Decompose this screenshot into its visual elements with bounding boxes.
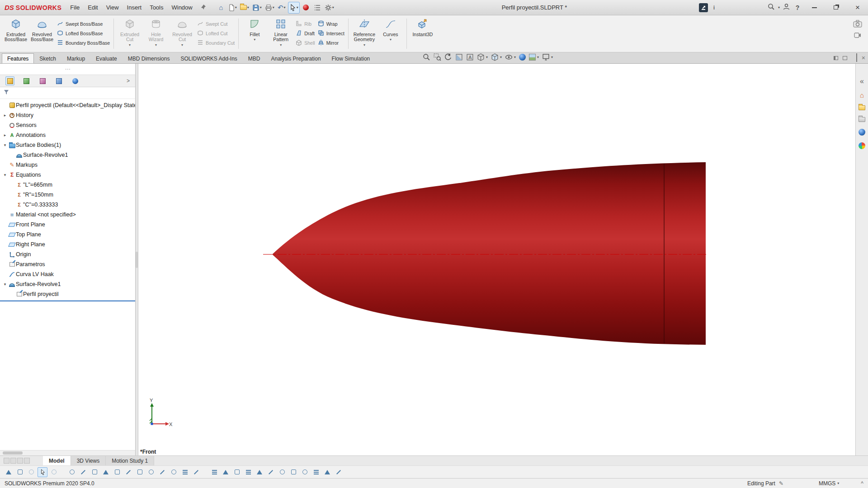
boundary-cut-button[interactable]: Boundary Cut	[197, 39, 235, 47]
expand-icon[interactable]: ▾	[2, 143, 8, 147]
draft-button[interactable]: Draft	[296, 29, 315, 37]
tree-item-surface-bodies[interactable]: ▾ Surface Bodies(1)	[0, 140, 135, 150]
file-properties-button[interactable]	[312, 2, 322, 14]
options-button[interactable]: ▾	[324, 2, 335, 14]
tree-item-markups[interactable]: ✎ Markups	[0, 160, 135, 170]
menu-insert[interactable]: Insert	[123, 1, 146, 14]
flyout-arrow-icon[interactable]: ▾	[363, 43, 365, 47]
tree-item-history[interactable]: ▸ History	[0, 110, 135, 120]
hole-wizard-button[interactable]: Hole Wizard ▾	[143, 17, 169, 47]
swept-boss-base-button[interactable]: Swept Boss/Base	[57, 20, 110, 28]
restore-window-button[interactable]	[826, 0, 845, 15]
flyout-arrow-icon[interactable]: ▾	[129, 43, 131, 47]
tree-item-parametros[interactable]: Parametros	[0, 259, 135, 269]
expand-statusbar-icon[interactable]: ^	[861, 480, 863, 487]
filter-funnel-icon[interactable]	[3, 89, 9, 97]
menu-view[interactable]: View	[102, 1, 123, 14]
tree-item-equation-R[interactable]: Σ "R"=150mm	[0, 190, 135, 200]
lofted-cut-button[interactable]: Lofted Cut	[197, 29, 235, 37]
dimxpert-manager-tab[interactable]	[54, 76, 63, 85]
menu-window[interactable]: Window	[167, 1, 196, 14]
projectile-body[interactable]	[272, 162, 706, 345]
curves-button[interactable]: Curves ▾	[377, 17, 404, 42]
expand-icon[interactable]: ▸	[2, 113, 8, 117]
tab-3d-views[interactable]: 3D Views	[71, 456, 106, 465]
expand-icon[interactable]: ▸	[2, 133, 8, 137]
search-dropdown-icon[interactable]: ▾	[778, 5, 780, 9]
filter-faces-icon[interactable]	[90, 467, 99, 477]
filter-dimensions-icon[interactable]	[209, 467, 219, 477]
collapse-taskpane-icon[interactable]: «	[860, 77, 864, 85]
standard-selection-icon[interactable]	[38, 467, 47, 477]
view-orientation-button[interactable]: ▾	[477, 53, 488, 61]
filter-blocks-icon[interactable]	[288, 467, 298, 477]
filter-connection-points-icon[interactable]	[311, 467, 321, 477]
close-window-button[interactable]: ×	[848, 0, 867, 15]
filter-notes-icon[interactable]	[243, 467, 253, 477]
search-input[interactable]: i	[711, 3, 765, 12]
revolved-cut-button[interactable]: Revolved Cut ▾	[169, 17, 195, 47]
tab-markup[interactable]: Markup	[61, 53, 90, 63]
zoom-to-fit-button[interactable]	[423, 53, 430, 61]
boundary-boss-base-button[interactable]: Boundary Boss/Base	[57, 39, 110, 47]
tree-item-origin[interactable]: Origin	[0, 249, 135, 259]
configuration-manager-tab[interactable]	[38, 76, 47, 85]
tab-analysis-preparation[interactable]: Analysis Preparation	[266, 53, 326, 63]
open-button[interactable]: ▾	[239, 2, 250, 14]
fillet-button[interactable]: Fillet ▾	[241, 17, 268, 42]
help-icon[interactable]: ?	[793, 4, 802, 11]
filter-cosmetic-threads-icon[interactable]	[334, 467, 344, 477]
flyout-arrow-icon[interactable]: ▾	[181, 43, 183, 47]
view-palette-icon[interactable]	[859, 142, 865, 149]
revolved-boss-base-button[interactable]: Revolved Boss/Base	[29, 17, 55, 42]
tab-mbd-dimensions[interactable]: MBD Dimensions	[123, 53, 175, 63]
tree-item-annotations[interactable]: ▸ A Annotations	[0, 130, 135, 140]
tree-item-right-plane[interactable]: Right Plane	[0, 239, 135, 249]
panel-expand-icon[interactable]: >	[127, 78, 130, 84]
menu-tools[interactable]: Tools	[146, 1, 167, 14]
tab-features[interactable]: Features	[2, 53, 34, 63]
extruded-cut-button[interactable]: Extruded Cut ▾	[117, 17, 143, 47]
tile-windows-icon[interactable]	[834, 56, 838, 60]
tab-scroll-prev-button[interactable]	[10, 458, 16, 464]
display-manager-tab[interactable]	[71, 76, 80, 85]
expand-icon[interactable]: ▾	[2, 282, 8, 286]
filter-sketch-segments-icon[interactable]	[157, 467, 167, 477]
tree-item-surface-revolve1-feature[interactable]: ▾ Surface-Revolve1	[0, 279, 135, 289]
property-manager-tab[interactable]	[22, 76, 31, 85]
tab-scroll-last-button[interactable]	[24, 458, 30, 464]
apply-scene-button[interactable]: ▾	[529, 54, 539, 61]
record-video-icon[interactable]	[854, 32, 861, 40]
tree-root-item[interactable]: Perfil proyectil (Default<<Default>_Disp…	[0, 100, 135, 110]
extruded-boss-base-button[interactable]: Extruded Boss/Base	[3, 17, 29, 42]
model-3d-view[interactable]	[138, 64, 855, 455]
flyout-arrow-icon[interactable]: ▾	[155, 43, 157, 47]
cascade-windows-icon[interactable]	[843, 56, 847, 60]
wrap-button[interactable]: Wrap	[318, 20, 344, 28]
tab-motion-study-1[interactable]: Motion Study 1	[106, 456, 154, 465]
filter-edges-icon[interactable]	[78, 467, 88, 477]
tree-item-equation-C[interactable]: Σ "C"=0.333333	[0, 200, 135, 210]
instant3d-button[interactable]: Instant3D	[410, 17, 436, 37]
design-library-icon[interactable]	[859, 105, 865, 110]
solidworks-resources-icon[interactable]: ⌂	[860, 92, 864, 99]
filter-center-marks-icon[interactable]	[180, 467, 190, 477]
filter-midpoints-icon[interactable]	[169, 467, 179, 477]
flyout-arrow-icon[interactable]: ▾	[254, 38, 255, 42]
filter-dowel-pins-icon[interactable]	[300, 467, 310, 477]
filter-datum-targets-icon[interactable]	[277, 467, 287, 477]
screenshot-camera-icon[interactable]	[853, 19, 863, 30]
user-account-icon[interactable]	[783, 3, 790, 12]
reference-geometry-button[interactable]: Reference Geometry ▾	[351, 17, 377, 47]
undo-button[interactable]: ↶ ▾	[277, 2, 287, 14]
tree-item-equation-L[interactable]: Σ "L"=665mm	[0, 180, 135, 190]
filter-surface-finish-icon[interactable]	[221, 467, 231, 477]
filter-solid-bodies-icon[interactable]	[112, 467, 122, 477]
graphics-viewport[interactable]: Y X *Front	[138, 64, 855, 455]
rollback-bar[interactable]	[0, 300, 135, 301]
tab-solidworks-add-ins[interactable]: SOLIDWORKS Add-Ins	[175, 53, 242, 63]
print-button[interactable]: ▾	[264, 2, 275, 14]
tab-model[interactable]: Model	[43, 456, 71, 465]
filter-centerlines-icon[interactable]	[191, 467, 201, 477]
clear-all-filters-icon[interactable]	[15, 467, 25, 477]
